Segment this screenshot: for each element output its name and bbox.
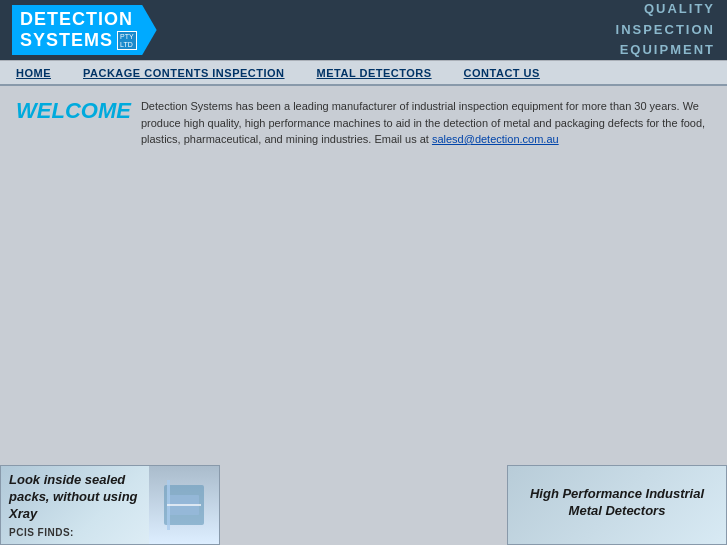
logo[interactable]: DETECTION SYSTEMS PTYLTD xyxy=(12,5,157,55)
nav-home[interactable]: HOME xyxy=(0,65,67,81)
welcome-heading: WELCOME xyxy=(16,98,131,124)
quality-tagline: QUALITY INSPECTION EQUIPMENT xyxy=(616,0,715,61)
card-spacer xyxy=(220,465,507,545)
package-scanner-icon xyxy=(159,475,209,535)
nav-package-contents[interactable]: PACKAGE CONTENTS INSPECTION xyxy=(67,65,301,81)
bottom-cards: Look inside sealed packs, without using … xyxy=(0,465,727,545)
main-content: WELCOME Detection Systems has been a lea… xyxy=(0,86,727,466)
logo-detection-text: DETECTION xyxy=(20,9,137,30)
welcome-body: Detection Systems has been a leading man… xyxy=(141,98,711,148)
email-link[interactable]: salesd@detection.com.au xyxy=(432,133,559,145)
card-metal-detectors[interactable]: High Performance Industrial Metal Detect… xyxy=(507,465,727,545)
card-pcis-title: Look inside sealed packs, without using … xyxy=(9,472,141,523)
nav-contact[interactable]: CONTACT US xyxy=(448,65,556,81)
card-pcis-image xyxy=(149,466,219,544)
card-pcis[interactable]: Look inside sealed packs, without using … xyxy=(0,465,220,545)
logo-pty-text: PTYLTD xyxy=(117,31,137,50)
header: DETECTION SYSTEMS PTYLTD QUALITY INSPECT… xyxy=(0,0,727,60)
card-metal-title: High Performance Industrial Metal Detect… xyxy=(516,486,718,520)
logo-systems-text: SYSTEMS xyxy=(20,30,113,51)
card-pcis-text-area: Look inside sealed packs, without using … xyxy=(1,466,149,544)
card-pcis-subtitle: PCIS FINDS: xyxy=(9,527,141,538)
navigation: HOME PACKAGE CONTENTS INSPECTION METAL D… xyxy=(0,60,727,86)
nav-metal-detectors[interactable]: METAL DETECTORS xyxy=(301,65,448,81)
